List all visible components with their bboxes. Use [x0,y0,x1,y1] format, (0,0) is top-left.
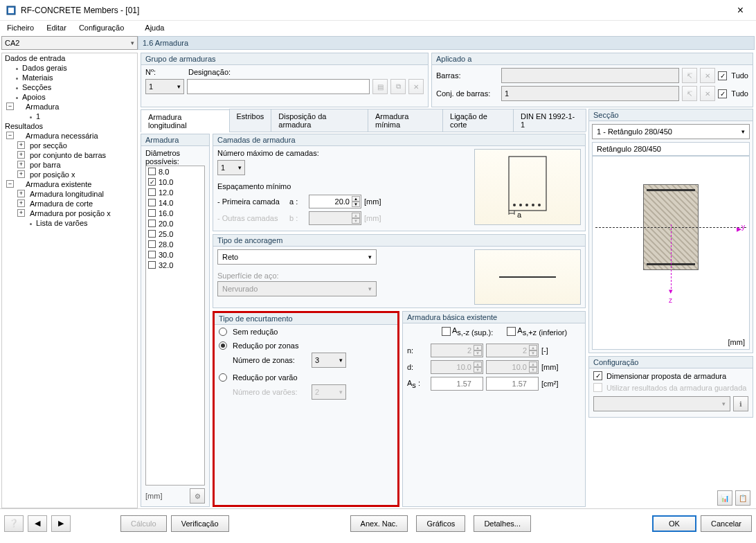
label-diam: Diâmetros possíveis: [145,149,205,166]
bottom-icon-1[interactable]: 📊 [717,490,732,506]
tree-porpos[interactable]: +por posição x [2,170,137,179]
conj-del-icon[interactable]: ✕ [700,86,715,101]
diam-row[interactable]: 8.0 [146,166,204,177]
no-select[interactable]: 1 [145,79,184,94]
btn-copy-icon[interactable]: ⧉ [390,79,406,94]
menu-config[interactable]: Configuração [75,22,128,33]
tab-estribos[interactable]: Estribos [229,109,272,132]
check-inf[interactable] [507,327,516,336]
next-icon[interactable]: ▶ [51,515,71,532]
diam-check[interactable] [148,188,156,196]
graf-button[interactable]: Gráficos [416,515,465,532]
tree-existente[interactable]: −Armadura existente [2,179,137,189]
app-icon [6,5,17,16]
calc-button[interactable]: Cálculo [120,515,167,532]
tree-dados[interactable]: Dados de entrada [2,53,137,63]
diam-check[interactable] [148,240,156,248]
seccao-select[interactable]: 1 - Retângulo 280/450 [592,124,750,139]
radio-zonas[interactable] [219,341,227,350]
tree-listavar[interactable]: Lista de varões [2,218,137,228]
ancoragem-select[interactable]: Reto [217,249,377,265]
diam-check[interactable] [148,220,156,227]
radio-sem[interactable] [219,328,227,336]
nz-select[interactable]: 3 [312,353,346,368]
tree-acorte[interactable]: +Armadura de corte [2,199,137,208]
diam-row[interactable]: 25.0 [146,229,204,239]
label-b: b : [289,214,306,222]
diam-check[interactable] [148,199,156,206]
tab-disposicao[interactable]: Disposição da armadura [271,109,368,132]
tree-materiais[interactable]: Materiais [2,73,137,82]
verif-button[interactable]: Verificação [171,515,229,532]
close-button[interactable]: × [730,4,750,17]
check-sup[interactable] [442,327,451,336]
diam-row[interactable]: 32.0 [146,260,204,270]
tree-resultados[interactable]: Resultados [2,121,137,131]
tab-ligacao[interactable]: Ligação de corte [442,109,514,132]
max-camadas-select[interactable]: 1 [217,160,245,175]
diam-list[interactable]: 8.010.012.014.016.020.025.028.030.032.0 [145,166,205,486]
diam-check[interactable] [148,261,156,269]
prev-icon[interactable]: ◀ [28,515,47,532]
tab-norm[interactable]: DIN EN 1992-1-1 [513,109,586,132]
tab-longitudinal[interactable]: Armadura longitudinal [141,109,230,132]
d-sup-spin: 10.0▲▼ [431,360,483,374]
cfg-dim-check[interactable] [593,371,602,380]
tree-necessaria[interactable]: −Armadura necessária [2,131,137,141]
diam-check[interactable] [148,251,156,258]
cancel-button[interactable]: Cancelar [701,515,752,532]
load-case-select[interactable]: CA2 [1,36,138,50]
diam-check[interactable] [148,209,156,217]
btn-delete-icon[interactable]: ✕ [408,79,424,94]
tree-armadura[interactable]: −Armadura [2,102,137,112]
menu-help[interactable]: Ajuda [141,22,168,33]
barras-del-icon[interactable]: ✕ [700,68,715,83]
tree-gerais[interactable]: Dados gerais [2,63,137,73]
diam-settings-icon[interactable]: ⚙ [190,488,205,504]
axis-y-icon: ▸y [737,223,745,234]
det-button[interactable]: Detalhes... [474,515,531,532]
diam-row[interactable]: 12.0 [146,187,204,197]
diam-row[interactable]: 10.0 [146,177,204,187]
help-icon[interactable]: ❔ [4,515,24,532]
group-seccao: Secção 1 - Retângulo 280/450 Retângulo 2… [588,109,753,353]
tab-minima[interactable]: Armadura mínima [368,109,443,132]
svg-rect-2 [509,157,546,211]
ok-button[interactable]: OK [652,515,696,532]
label-no: Nº: [145,68,186,76]
barras-input[interactable] [501,68,679,83]
diam-check[interactable] [148,230,156,238]
tree-armadura-1[interactable]: 1 [2,112,137,121]
diam-row[interactable]: 30.0 [146,249,204,260]
diam-check[interactable] [148,178,156,186]
conj-tudo-check[interactable] [718,89,727,98]
tree-aporposx[interactable]: +Armadura por posição x [2,208,137,218]
barras-pick-icon[interactable]: ↸ [682,68,697,83]
design-input[interactable] [187,79,370,94]
n-inf-spin: 2▲▼ [486,344,539,357]
conj-pick-icon[interactable]: ↸ [682,86,697,101]
navigation-tree[interactable]: Dados de entrada Dados gerais Materiais … [1,53,138,508]
a-spin[interactable]: 20.0▲▼ [309,195,361,208]
anex-button[interactable]: Anex. Nac. [350,515,408,532]
tree-porsec[interactable]: +por secção [2,141,137,150]
diam-row[interactable]: 14.0 [146,197,204,208]
tree-along[interactable]: +Armadura longitudinal [2,189,137,199]
tree-porbar[interactable]: +por barra [2,160,137,170]
diam-row[interactable]: 28.0 [146,239,204,249]
diam-check[interactable] [148,168,156,175]
diam-row[interactable]: 20.0 [146,218,204,229]
cfg-info-icon[interactable]: ℹ [733,396,748,411]
menu-edit[interactable]: Editar [42,22,71,33]
tree-apoios[interactable]: Apoios [2,92,137,102]
menu-file[interactable]: Ficheiro [3,22,38,33]
diam-row[interactable]: 16.0 [146,208,204,218]
barras-tudo-check[interactable] [718,71,727,80]
btn-new-icon[interactable]: ▤ [372,79,388,94]
bottom-icon-2[interactable]: 📋 [735,490,750,506]
radio-varao[interactable] [219,373,227,382]
tree-porconj[interactable]: +por conjunto de barras [2,150,137,160]
conj-input[interactable]: 1 [501,86,679,101]
tree-seccoes[interactable]: Secções [2,82,137,92]
seccao-preview: ▸y ▾z [mm] [592,156,750,350]
